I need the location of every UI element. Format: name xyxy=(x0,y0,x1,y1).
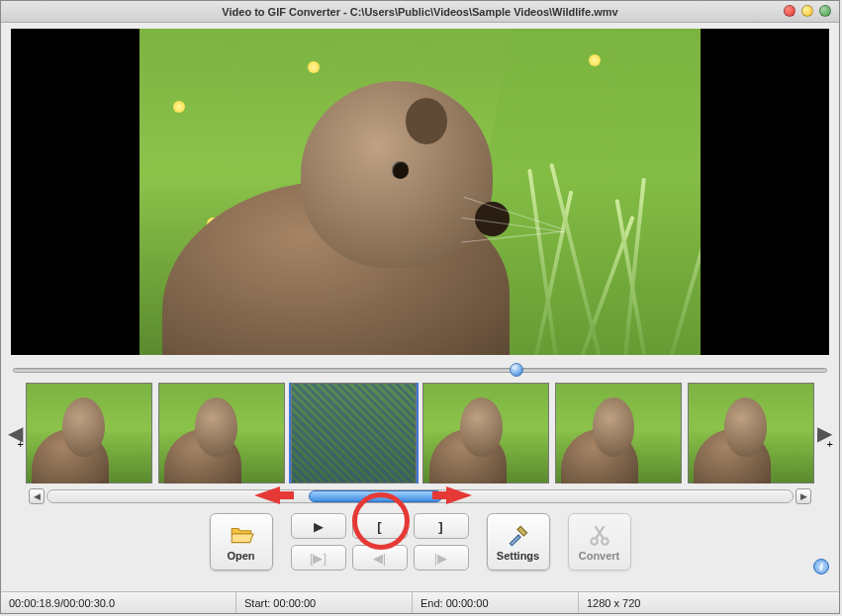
timeline-scroll-left[interactable]: ◀ xyxy=(7,383,24,484)
convert-button[interactable]: Convert xyxy=(568,513,631,571)
timeline: ◀ ▶ xyxy=(7,383,833,484)
timeline-scrollbar[interactable]: ◀ ▶ xyxy=(29,487,811,505)
video-preview xyxy=(11,29,829,355)
timeline-thumb[interactable] xyxy=(688,383,814,484)
timeline-scroll-right[interactable]: ▶ xyxy=(816,383,833,484)
timeline-thumb[interactable] xyxy=(291,383,418,484)
app-window: Video to GIF Converter - C:\Users\Public… xyxy=(0,0,840,614)
window-title: Video to GIF Converter - C:\Users\Public… xyxy=(222,6,617,18)
titlebar: Video to GIF Converter - C:\Users\Public… xyxy=(1,1,839,23)
timeline-thumbnails xyxy=(24,383,816,484)
controls-panel: Open ▶ [ ] [▶] ◀| |▶ Settings Convert xyxy=(1,513,839,578)
playback-buttons: ▶ [ ] [▶] ◀| |▶ xyxy=(291,513,469,571)
play-range-button[interactable]: [▶] xyxy=(291,545,346,571)
status-bar: 00:00:18.9/00:00:30.0 Start: 00:00:00 En… xyxy=(1,591,839,613)
preview-subject xyxy=(162,81,511,355)
window-controls xyxy=(784,5,831,17)
mark-out-button[interactable]: ] xyxy=(414,513,469,539)
timeline-thumb[interactable] xyxy=(422,383,549,484)
status-resolution: 1280 x 720 xyxy=(579,592,839,613)
preview-frame xyxy=(140,29,701,355)
settings-button[interactable]: Settings xyxy=(487,513,550,571)
scroll-right-button[interactable]: ▶ xyxy=(795,488,811,504)
next-frame-button[interactable]: |▶ xyxy=(414,545,469,571)
open-button[interactable]: Open xyxy=(210,513,273,571)
mark-in-button[interactable]: [ xyxy=(352,513,408,539)
timeline-thumb[interactable] xyxy=(158,383,285,484)
convert-label: Convert xyxy=(579,550,620,562)
info-button[interactable]: i xyxy=(813,559,829,574)
annotation-arrow-right xyxy=(432,485,472,505)
play-button[interactable]: ▶ xyxy=(291,513,346,539)
status-time: 00:00:18.9/00:00:30.0 xyxy=(1,592,236,613)
annotation-arrow-left xyxy=(254,485,294,505)
scroll-track[interactable] xyxy=(47,489,794,503)
status-start: Start: 00:00:00 xyxy=(236,592,413,613)
status-end: End: 00:00:00 xyxy=(413,592,579,613)
prev-frame-button[interactable]: ◀| xyxy=(352,545,408,571)
preview-letterbox-left xyxy=(11,29,140,355)
scissors-icon xyxy=(587,522,612,548)
timeline-thumb[interactable] xyxy=(555,383,682,484)
open-label: Open xyxy=(227,550,254,562)
minimize-window-button[interactable] xyxy=(801,5,813,17)
seek-bar[interactable] xyxy=(13,361,827,379)
maximize-window-button[interactable] xyxy=(819,5,831,17)
preview-letterbox-right xyxy=(701,29,829,355)
seek-thumb[interactable] xyxy=(510,363,523,377)
timeline-thumb[interactable] xyxy=(26,383,152,484)
settings-label: Settings xyxy=(497,550,539,562)
scroll-left-button[interactable]: ◀ xyxy=(29,488,45,504)
folder-open-icon xyxy=(229,522,254,548)
tools-icon xyxy=(506,522,531,548)
seek-track[interactable] xyxy=(13,368,827,373)
scroll-thumb[interactable] xyxy=(309,490,443,502)
close-window-button[interactable] xyxy=(784,5,795,17)
